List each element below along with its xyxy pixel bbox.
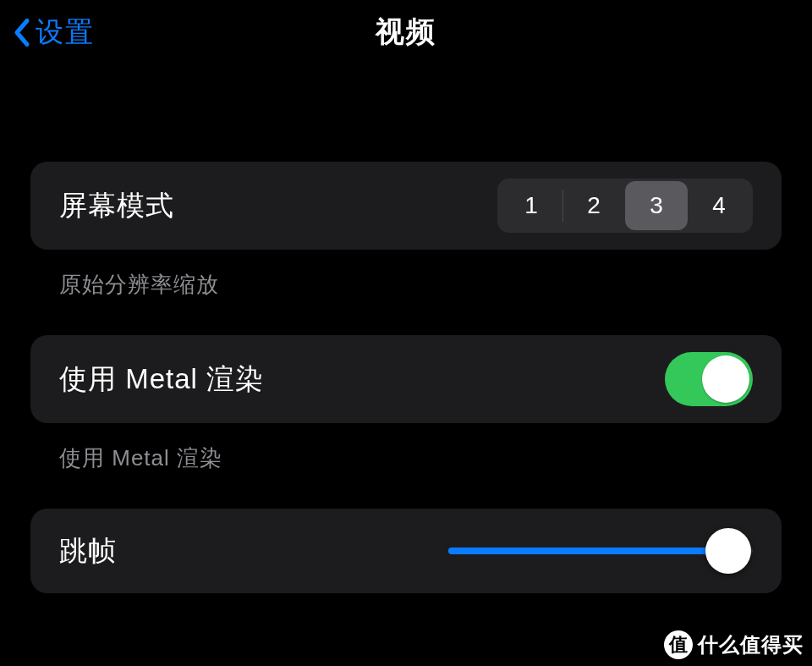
watermark: 值 什么值得买 <box>664 630 804 659</box>
row-screen-mode: 屏幕模式 1 2 3 4 <box>30 162 782 250</box>
slider-track-fill <box>448 548 728 554</box>
back-label: 设置 <box>36 14 95 52</box>
screen-mode-footnote: 原始分辨率缩放 <box>59 270 782 300</box>
row-frameskip: 跳帧 <box>30 509 782 593</box>
watermark-text: 什么值得买 <box>698 631 804 658</box>
group-screen-mode: 屏幕模式 1 2 3 4 原始分辨率缩放 <box>30 162 782 300</box>
screen-mode-segmented[interactable]: 1 2 3 4 <box>497 179 753 233</box>
screen-mode-option-1[interactable]: 1 <box>500 181 562 230</box>
screen-mode-label: 屏幕模式 <box>59 187 174 225</box>
watermark-badge-icon: 值 <box>664 630 693 659</box>
content: 屏幕模式 1 2 3 4 原始分辨率缩放 使用 Metal 渲染 使用 Meta… <box>0 162 812 593</box>
back-button[interactable]: 设置 <box>12 14 95 52</box>
frameskip-slider[interactable] <box>448 533 753 569</box>
metal-footnote: 使用 Metal 渲染 <box>59 443 782 473</box>
group-frameskip: 跳帧 <box>30 509 782 593</box>
row-metal: 使用 Metal 渲染 <box>30 335 782 423</box>
page-title: 视频 <box>376 13 436 52</box>
slider-thumb[interactable] <box>705 528 751 574</box>
metal-label: 使用 Metal 渲染 <box>59 361 264 399</box>
screen-mode-option-2[interactable]: 2 <box>562 181 625 230</box>
group-metal: 使用 Metal 渲染 使用 Metal 渲染 <box>30 335 782 473</box>
screen-mode-option-3[interactable]: 3 <box>625 181 688 230</box>
screen-mode-option-4[interactable]: 4 <box>688 181 750 230</box>
frameskip-label: 跳帧 <box>59 532 117 570</box>
nav-bar: 设置 视频 <box>0 0 812 64</box>
chevron-left-icon <box>12 17 30 47</box>
toggle-knob <box>702 355 749 403</box>
metal-toggle[interactable] <box>665 352 753 406</box>
